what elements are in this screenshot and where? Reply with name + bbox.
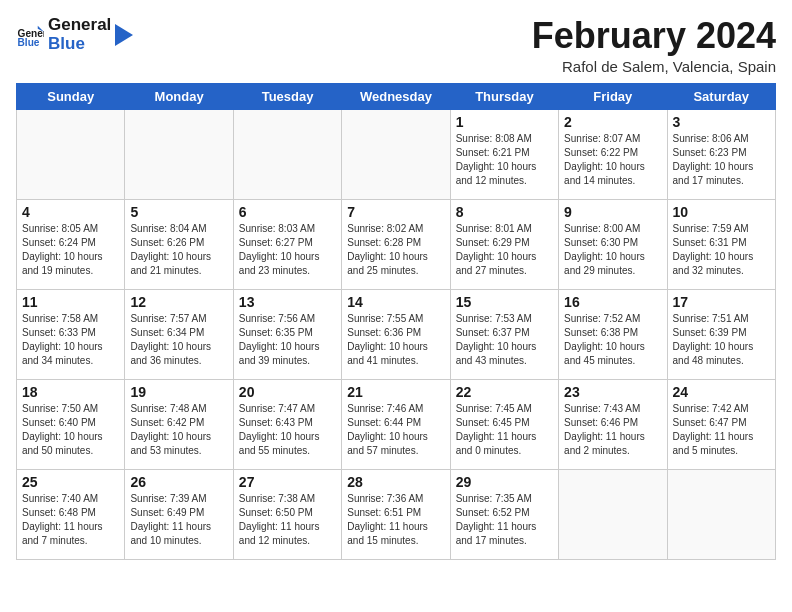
day-info: Sunrise: 8:01 AM Sunset: 6:29 PM Dayligh… [456,222,553,278]
calendar-cell: 1Sunrise: 8:08 AM Sunset: 6:21 PM Daylig… [450,109,558,199]
calendar-cell: 16Sunrise: 7:52 AM Sunset: 6:38 PM Dayli… [559,289,667,379]
calendar-cell [17,109,125,199]
logo-icon: General Blue [16,21,44,49]
weekday-header-row: SundayMondayTuesdayWednesdayThursdayFrid… [17,83,776,109]
calendar-cell: 13Sunrise: 7:56 AM Sunset: 6:35 PM Dayli… [233,289,341,379]
day-info: Sunrise: 8:07 AM Sunset: 6:22 PM Dayligh… [564,132,661,188]
week-row-4: 18Sunrise: 7:50 AM Sunset: 6:40 PM Dayli… [17,379,776,469]
svg-marker-3 [115,24,133,46]
day-number: 9 [564,204,661,220]
day-number: 23 [564,384,661,400]
calendar-cell: 29Sunrise: 7:35 AM Sunset: 6:52 PM Dayli… [450,469,558,559]
day-number: 3 [673,114,770,130]
day-number: 4 [22,204,119,220]
calendar-cell: 18Sunrise: 7:50 AM Sunset: 6:40 PM Dayli… [17,379,125,469]
day-number: 15 [456,294,553,310]
day-number: 5 [130,204,227,220]
calendar-cell: 23Sunrise: 7:43 AM Sunset: 6:46 PM Dayli… [559,379,667,469]
calendar-cell: 3Sunrise: 8:06 AM Sunset: 6:23 PM Daylig… [667,109,775,199]
day-info: Sunrise: 7:35 AM Sunset: 6:52 PM Dayligh… [456,492,553,548]
day-number: 7 [347,204,444,220]
calendar-cell: 11Sunrise: 7:58 AM Sunset: 6:33 PM Dayli… [17,289,125,379]
logo-blue: Blue [48,35,111,54]
day-number: 19 [130,384,227,400]
week-row-3: 11Sunrise: 7:58 AM Sunset: 6:33 PM Dayli… [17,289,776,379]
calendar-cell: 8Sunrise: 8:01 AM Sunset: 6:29 PM Daylig… [450,199,558,289]
calendar-cell: 10Sunrise: 7:59 AM Sunset: 6:31 PM Dayli… [667,199,775,289]
day-info: Sunrise: 8:02 AM Sunset: 6:28 PM Dayligh… [347,222,444,278]
weekday-header-friday: Friday [559,83,667,109]
day-number: 14 [347,294,444,310]
day-info: Sunrise: 7:56 AM Sunset: 6:35 PM Dayligh… [239,312,336,368]
day-info: Sunrise: 7:48 AM Sunset: 6:42 PM Dayligh… [130,402,227,458]
calendar-cell: 24Sunrise: 7:42 AM Sunset: 6:47 PM Dayli… [667,379,775,469]
day-info: Sunrise: 7:52 AM Sunset: 6:38 PM Dayligh… [564,312,661,368]
calendar-cell: 17Sunrise: 7:51 AM Sunset: 6:39 PM Dayli… [667,289,775,379]
calendar-cell: 9Sunrise: 8:00 AM Sunset: 6:30 PM Daylig… [559,199,667,289]
weekday-header-wednesday: Wednesday [342,83,450,109]
day-number: 13 [239,294,336,310]
calendar-cell: 4Sunrise: 8:05 AM Sunset: 6:24 PM Daylig… [17,199,125,289]
calendar-cell: 19Sunrise: 7:48 AM Sunset: 6:42 PM Dayli… [125,379,233,469]
month-title: February 2024 [532,16,776,56]
day-info: Sunrise: 7:59 AM Sunset: 6:31 PM Dayligh… [673,222,770,278]
calendar-cell [233,109,341,199]
calendar-cell: 5Sunrise: 8:04 AM Sunset: 6:26 PM Daylig… [125,199,233,289]
day-info: Sunrise: 7:42 AM Sunset: 6:47 PM Dayligh… [673,402,770,458]
week-row-1: 1Sunrise: 8:08 AM Sunset: 6:21 PM Daylig… [17,109,776,199]
day-info: Sunrise: 8:00 AM Sunset: 6:30 PM Dayligh… [564,222,661,278]
day-number: 21 [347,384,444,400]
day-info: Sunrise: 7:36 AM Sunset: 6:51 PM Dayligh… [347,492,444,548]
page-header: General Blue General Blue February 2024 … [16,16,776,75]
svg-text:Blue: Blue [18,37,40,48]
weekday-header-sunday: Sunday [17,83,125,109]
week-row-2: 4Sunrise: 8:05 AM Sunset: 6:24 PM Daylig… [17,199,776,289]
day-number: 8 [456,204,553,220]
weekday-header-saturday: Saturday [667,83,775,109]
day-info: Sunrise: 7:46 AM Sunset: 6:44 PM Dayligh… [347,402,444,458]
day-info: Sunrise: 7:40 AM Sunset: 6:48 PM Dayligh… [22,492,119,548]
calendar-cell: 26Sunrise: 7:39 AM Sunset: 6:49 PM Dayli… [125,469,233,559]
calendar-cell: 21Sunrise: 7:46 AM Sunset: 6:44 PM Dayli… [342,379,450,469]
day-number: 2 [564,114,661,130]
calendar-cell [559,469,667,559]
calendar-cell: 27Sunrise: 7:38 AM Sunset: 6:50 PM Dayli… [233,469,341,559]
logo: General Blue General Blue [16,16,133,53]
day-info: Sunrise: 7:43 AM Sunset: 6:46 PM Dayligh… [564,402,661,458]
week-row-5: 25Sunrise: 7:40 AM Sunset: 6:48 PM Dayli… [17,469,776,559]
logo-general: General [48,16,111,35]
day-number: 17 [673,294,770,310]
title-block: February 2024 Rafol de Salem, Valencia, … [532,16,776,75]
calendar-cell [342,109,450,199]
day-number: 10 [673,204,770,220]
calendar-cell: 22Sunrise: 7:45 AM Sunset: 6:45 PM Dayli… [450,379,558,469]
calendar-table: SundayMondayTuesdayWednesdayThursdayFrid… [16,83,776,560]
day-info: Sunrise: 7:55 AM Sunset: 6:36 PM Dayligh… [347,312,444,368]
day-info: Sunrise: 8:04 AM Sunset: 6:26 PM Dayligh… [130,222,227,278]
weekday-header-tuesday: Tuesday [233,83,341,109]
day-number: 20 [239,384,336,400]
day-info: Sunrise: 8:05 AM Sunset: 6:24 PM Dayligh… [22,222,119,278]
day-info: Sunrise: 8:06 AM Sunset: 6:23 PM Dayligh… [673,132,770,188]
day-info: Sunrise: 7:39 AM Sunset: 6:49 PM Dayligh… [130,492,227,548]
day-info: Sunrise: 7:45 AM Sunset: 6:45 PM Dayligh… [456,402,553,458]
day-number: 29 [456,474,553,490]
day-number: 11 [22,294,119,310]
calendar-cell [125,109,233,199]
day-number: 12 [130,294,227,310]
location-subtitle: Rafol de Salem, Valencia, Spain [532,58,776,75]
day-info: Sunrise: 7:47 AM Sunset: 6:43 PM Dayligh… [239,402,336,458]
calendar-cell: 6Sunrise: 8:03 AM Sunset: 6:27 PM Daylig… [233,199,341,289]
calendar-cell: 15Sunrise: 7:53 AM Sunset: 6:37 PM Dayli… [450,289,558,379]
day-number: 26 [130,474,227,490]
day-number: 1 [456,114,553,130]
calendar-cell [667,469,775,559]
day-number: 24 [673,384,770,400]
day-number: 28 [347,474,444,490]
calendar-cell: 7Sunrise: 8:02 AM Sunset: 6:28 PM Daylig… [342,199,450,289]
day-info: Sunrise: 7:53 AM Sunset: 6:37 PM Dayligh… [456,312,553,368]
calendar-cell: 12Sunrise: 7:57 AM Sunset: 6:34 PM Dayli… [125,289,233,379]
logo-arrow-icon [115,24,133,46]
weekday-header-thursday: Thursday [450,83,558,109]
day-number: 6 [239,204,336,220]
